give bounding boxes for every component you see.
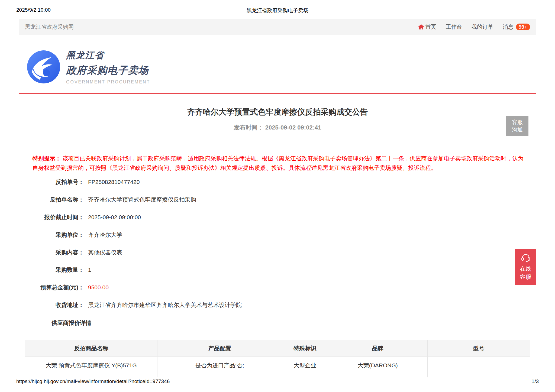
special-notice-paragraph: 特别提示： 该项目已关联政府采购计划，属于政府采购范畴，适用政府采购相关法律法规… xyxy=(33,154,524,173)
cell-model xyxy=(427,357,530,374)
cell-special-mark: 大型企业 xyxy=(282,357,328,374)
publish-time-value: 2025-09-02 09:02:41 xyxy=(265,124,321,131)
nav-item-messages[interactable]: 消息 99+ xyxy=(503,23,530,31)
field-label: 预算总金额(元)： xyxy=(0,284,84,291)
nav-links: 首页 工作台 我的订单 消息 99+ xyxy=(418,23,530,31)
nav-item-label: 首页 xyxy=(425,23,436,31)
chat-line: 客服 xyxy=(512,119,523,126)
online-service-label: 客服 xyxy=(520,273,531,281)
field-label: 反拍单号： xyxy=(0,178,84,186)
field-label: 采购单位： xyxy=(0,231,84,239)
field-row-order-no: 反拍单号： FP25082810477420 xyxy=(0,173,555,191)
field-row-budget: 预算总金额(元)： 9500.00 xyxy=(0,279,555,296)
field-row-quote-deadline: 报价截止时间： 2025-09-02 09:00:00 xyxy=(0,209,555,226)
nav-item-my-orders[interactable]: 我的订单 xyxy=(472,23,493,31)
field-value: FP25082810477420 xyxy=(88,179,140,185)
customer-service-chat-button[interactable]: 客服 沟通 xyxy=(506,116,528,136)
nav-item-label: 工作台 xyxy=(446,23,462,31)
field-row-order-name: 反拍单名称： 齐齐哈尔大学预置式色牢度摩擦仪反拍采购 xyxy=(0,191,555,209)
field-label: 采购内容： xyxy=(0,249,84,256)
special-notice-text: 该项目已关联政府采购计划，属于政府采购范畴，适用政府采购相关法律法规。根据《黑龙… xyxy=(33,155,524,171)
dragon-logo-icon xyxy=(27,50,60,83)
message-count-badge: 99+ xyxy=(516,24,530,30)
nav-item-home[interactable]: 首页 xyxy=(418,23,436,31)
nav-item-label: 消息 xyxy=(503,23,514,31)
cell-product-config: 是否为进口产品:否; xyxy=(157,357,282,374)
field-row-content: 采购内容： 其他仪器仪表 xyxy=(0,244,555,261)
field-label: 反拍单名称： xyxy=(0,196,84,203)
field-value: 齐齐哈尔大学预置式色牢度摩擦仪反拍采购 xyxy=(88,196,196,203)
col-header-special-mark: 特殊标识 xyxy=(282,340,328,357)
headset-icon xyxy=(521,253,530,262)
col-header-product-config: 产品配置 xyxy=(157,340,282,357)
top-navbar: 黑龙江省政府采购网 首页 工作台 我的订单 消息 99+ xyxy=(19,19,536,35)
field-value: 黑龙江省齐齐哈尔市建华区齐齐哈尔大学美术与艺术设计学院 xyxy=(88,301,242,309)
table-row-partial xyxy=(25,374,530,377)
nav-divider xyxy=(498,24,498,29)
field-value: 齐齐哈尔大学 xyxy=(88,231,122,239)
field-value: 1 xyxy=(88,267,91,273)
field-row-purchaser: 采购单位： 齐齐哈尔大学 xyxy=(0,226,555,244)
chat-line: 沟通 xyxy=(512,126,523,133)
print-page-title: 黑龙江省政府采购电子卖场 xyxy=(0,7,555,14)
nav-item-workbench[interactable]: 工作台 xyxy=(446,23,462,31)
budget-amount-value: 9500.00 xyxy=(88,284,109,291)
home-icon xyxy=(418,24,424,30)
field-label: 报价截止时间： xyxy=(0,213,84,221)
field-label: 收货地址： xyxy=(0,301,84,309)
site-logo: 黑龙江省 政府采购电子卖场 GOVERNMENT PROCUREMENT xyxy=(27,49,150,85)
cell-brand: 大荣(DARONG) xyxy=(328,357,427,374)
logo-line2: 政府采购电子卖场 xyxy=(66,64,150,77)
nav-divider xyxy=(467,24,467,29)
online-customer-service-button[interactable]: 在线 客服 xyxy=(515,249,536,285)
col-header-brand: 品牌 xyxy=(328,340,427,357)
notice-title: 齐齐哈尔大学预置式色牢度摩擦仪反拍采购成交公告 xyxy=(0,107,555,118)
table-header-row: 反拍商品名称 产品配置 特殊标识 品牌 型号 xyxy=(25,340,530,357)
col-header-product-name: 反拍商品名称 xyxy=(25,340,157,357)
print-footer-url: https://hljcg.hlj.gov.cn/mall-view/infor… xyxy=(16,378,170,384)
logo-line1: 黑龙江省 xyxy=(66,49,150,61)
field-value: 2025-09-02 09:00:00 xyxy=(88,214,141,221)
field-value: 其他仪器仪表 xyxy=(88,249,122,256)
nav-divider xyxy=(441,24,441,29)
supplier-quote-table: 反拍商品名称 产品配置 特殊标识 品牌 型号 大荣 预置式色牢度摩擦仪 Y(B)… xyxy=(25,340,530,377)
publish-time-label: 发布时间： xyxy=(234,124,264,131)
site-name-link[interactable]: 黑龙江省政府采购网 xyxy=(25,23,74,31)
cell-product-name: 大荣 预置式色牢度摩擦仪 Y(B)571G xyxy=(25,357,157,374)
logo-text: 黑龙江省 政府采购电子卖场 GOVERNMENT PROCUREMENT xyxy=(66,49,150,85)
field-row-delivery-address: 收货地址： 黑龙江省齐齐哈尔市建华区齐齐哈尔大学美术与艺术设计学院 xyxy=(0,296,555,314)
notice-detail-fields: 反拍单号： FP25082810477420 反拍单名称： 齐齐哈尔大学预置式色… xyxy=(0,173,555,314)
red-divider-line xyxy=(19,93,536,94)
supplier-quote-section-heading: 供应商报价详情 xyxy=(51,319,91,327)
field-label: 采购数量： xyxy=(0,266,84,274)
online-service-label: 在线 xyxy=(520,265,531,273)
print-page-number: 1/3 xyxy=(532,378,539,384)
nav-item-label: 我的订单 xyxy=(472,23,493,31)
special-notice-label: 特别提示： xyxy=(33,155,61,161)
col-header-model: 型号 xyxy=(427,340,530,357)
publish-time: 发布时间： 2025-09-02 09:02:41 xyxy=(0,124,555,132)
table-row: 大荣 预置式色牢度摩擦仪 Y(B)571G 是否为进口产品:否; 大型企业 大荣… xyxy=(25,357,530,374)
field-row-quantity: 采购数量： 1 xyxy=(0,261,555,279)
logo-line3: GOVERNMENT PROCUREMENT xyxy=(66,80,150,85)
